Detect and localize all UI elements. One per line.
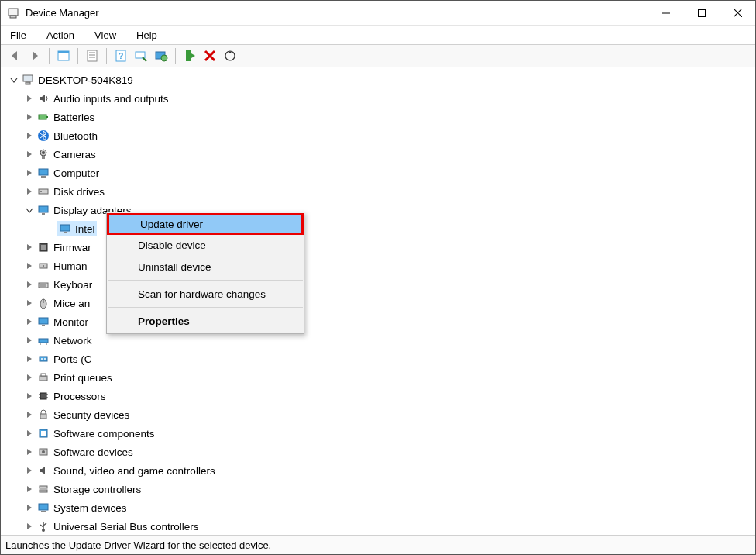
menu-bar: File Action View Help [1,26,755,44]
svg-rect-44 [39,318,48,324]
toolbar: ? [1,44,755,67]
menu-action[interactable]: Action [43,28,77,43]
context-menu: Update driver Disable device Uninstall d… [106,212,304,334]
tree-item-disk-drives[interactable]: Disk drives [2,182,754,201]
context-separator [108,307,303,308]
uninstall-button[interactable] [201,47,219,65]
svg-rect-27 [39,169,48,175]
monitor-icon [36,315,50,329]
expand-icon[interactable] [24,353,35,364]
tree-item-processors[interactable]: Processors [2,387,754,405]
window-controls [648,1,755,25]
close-button[interactable] [720,1,755,25]
expand-icon[interactable] [24,279,35,290]
mouse-icon [36,296,50,310]
hid-icon [36,259,50,273]
svg-point-25 [42,151,45,154]
refresh-button[interactable] [221,47,239,65]
help-button[interactable]: ? [112,47,130,65]
expand-icon[interactable] [24,521,35,532]
tree-item-security-devices[interactable]: Security devices [2,405,754,424]
maximize-button[interactable] [684,1,720,25]
display-icon [36,203,50,217]
update-driver-button[interactable] [152,47,170,65]
show-hidden-button[interactable] [54,47,73,65]
expand-icon[interactable] [24,316,35,327]
svg-rect-21 [39,115,46,119]
expand-icon[interactable] [24,484,35,495]
svg-rect-32 [42,213,45,215]
scan-button[interactable] [132,47,150,65]
svg-point-38 [43,265,44,267]
menu-file[interactable]: File [7,28,29,43]
tree-item-batteries[interactable]: Batteries [2,108,754,126]
tree-item-usb-controllers[interactable]: Universal Serial Bus controllers [2,517,754,536]
svg-rect-26 [42,156,45,159]
svg-rect-45 [42,325,45,326]
expand-icon[interactable] [24,409,35,420]
menu-view[interactable]: View [91,28,119,43]
tree-item-audio[interactable]: Audio inputs and outputs [2,89,754,108]
menu-help[interactable]: Help [133,28,160,43]
tree-root-label: DESKTOP-504K819 [38,74,133,86]
app-icon [7,7,19,19]
context-properties[interactable]: Properties [107,310,304,332]
tree-root[interactable]: DESKTOP-504K819 [2,71,754,89]
expand-icon[interactable] [24,93,35,104]
svg-rect-17 [186,50,191,61]
expand-icon[interactable] [24,112,35,122]
tree-item-computer[interactable]: Computer [2,164,754,182]
expand-icon[interactable] [24,186,35,197]
expand-icon[interactable] [24,242,35,253]
tree-item-sound-video-game[interactable]: Sound, video and game controllers [2,461,754,480]
collapse-icon[interactable] [24,205,35,215]
tree-item-print-queues[interactable]: Print queues [2,368,754,387]
svg-rect-54 [40,393,46,399]
tree-item-ports[interactable]: Ports (C [2,350,754,368]
svg-rect-61 [41,431,46,436]
tree-item-bluetooth[interactable]: Bluetooth [2,126,754,145]
tree-item-system-devices[interactable]: System devices [2,498,754,517]
svg-rect-34 [64,232,67,233]
svg-rect-0 [9,9,18,16]
context-disable-device[interactable]: Disable device [107,234,304,256]
status-bar: Launches the Update Driver Wizard for th… [1,536,755,554]
computer-icon [21,73,35,87]
expand-icon[interactable] [24,391,35,402]
context-update-driver[interactable]: Update driver [107,213,304,235]
forward-button[interactable] [26,47,44,65]
tree-item-cameras[interactable]: Cameras [2,145,754,164]
svg-rect-65 [40,490,47,492]
expand-icon[interactable] [24,130,35,141]
context-uninstall-device[interactable]: Uninstall device [107,256,304,278]
svg-point-50 [41,358,43,360]
svg-rect-52 [40,376,47,381]
properties-button[interactable] [83,47,101,65]
back-button[interactable] [5,47,24,65]
expand-icon[interactable] [24,260,35,271]
expand-icon[interactable] [24,502,35,513]
enable-button[interactable] [180,47,199,65]
bluetooth-icon [36,129,50,143]
minimize-button[interactable] [648,1,684,25]
tree-item-software-components[interactable]: Software components [2,424,754,443]
svg-point-16 [161,55,167,61]
expand-icon[interactable] [24,372,35,383]
svg-point-63 [42,450,45,453]
expand-icon[interactable] [9,74,19,85]
svg-text:?: ? [119,51,124,60]
expand-icon[interactable] [24,298,35,309]
expand-icon[interactable] [24,465,35,476]
expand-icon[interactable] [24,149,35,160]
context-scan-hardware[interactable]: Scan for hardware changes [107,283,304,305]
disk-icon [36,184,50,198]
tree-item-storage-controllers[interactable]: Storage controllers [2,480,754,498]
svg-rect-59 [40,414,46,419]
device-tree[interactable]: DESKTOP-504K819 Audio inputs and outputs… [1,67,755,536]
expand-icon[interactable] [24,167,35,178]
expand-icon[interactable] [24,428,35,439]
expand-icon[interactable] [24,335,35,346]
firmware-icon [36,240,50,254]
tree-item-software-devices[interactable]: Software devices [2,443,754,461]
expand-icon[interactable] [24,446,35,457]
